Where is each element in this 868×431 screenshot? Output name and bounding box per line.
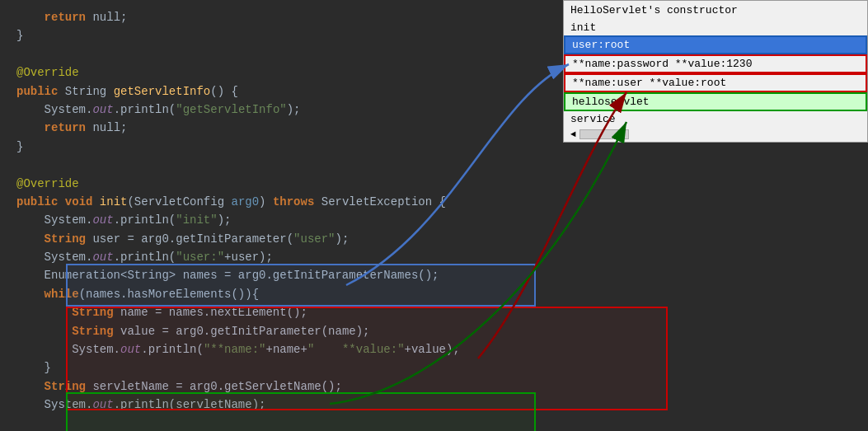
popup-item-name-user: **name:user **value:root bbox=[564, 73, 867, 92]
code-line-18: String value = arg0.getInitParameter(nam… bbox=[16, 322, 852, 340]
code-line-20: } bbox=[16, 358, 852, 377]
code-line-9 bbox=[16, 156, 852, 174]
code-line-19: System.out.println("**name:"+name+" **va… bbox=[16, 340, 852, 358]
popup-box: HelloServlet's constructor init user:roo… bbox=[563, 0, 868, 143]
popup-item-user-root: user:root bbox=[564, 35, 867, 54]
popup-header-line1: HelloServlet's constructor bbox=[564, 1, 867, 20]
scroll-left-icon[interactable]: ◄ bbox=[570, 129, 576, 139]
code-line-12: System.out.println("init"); bbox=[16, 211, 852, 229]
popup-scrollbar[interactable]: ◄ bbox=[564, 127, 867, 142]
code-line-22: System.out.println(servletName); bbox=[16, 396, 852, 414]
popup-item-service: service bbox=[564, 111, 867, 127]
code-line-21: String servletName = arg0.getServletName… bbox=[16, 377, 852, 396]
code-line-15: Enumeration<String> names = arg0.getInit… bbox=[16, 266, 852, 284]
code-line-11: public void init(ServletConfig arg0) thr… bbox=[16, 193, 852, 211]
code-line-13: String user = arg0.getInitParameter("use… bbox=[16, 230, 852, 248]
popup-item-init: init bbox=[564, 20, 867, 35]
code-line-17: String name = names.nextElement(); bbox=[16, 303, 852, 321]
code-line-16: while(names.hasMoreElements()){ bbox=[16, 285, 852, 303]
scrollbar-track[interactable] bbox=[579, 129, 629, 139]
popup-item-helloservlet: helloservlet bbox=[564, 92, 867, 111]
popup-item-name-password: **name:password **value:1230 bbox=[564, 54, 867, 73]
code-line-14: System.out.println("user:"+user); bbox=[16, 248, 852, 266]
code-line-10: @Override bbox=[16, 175, 852, 193]
